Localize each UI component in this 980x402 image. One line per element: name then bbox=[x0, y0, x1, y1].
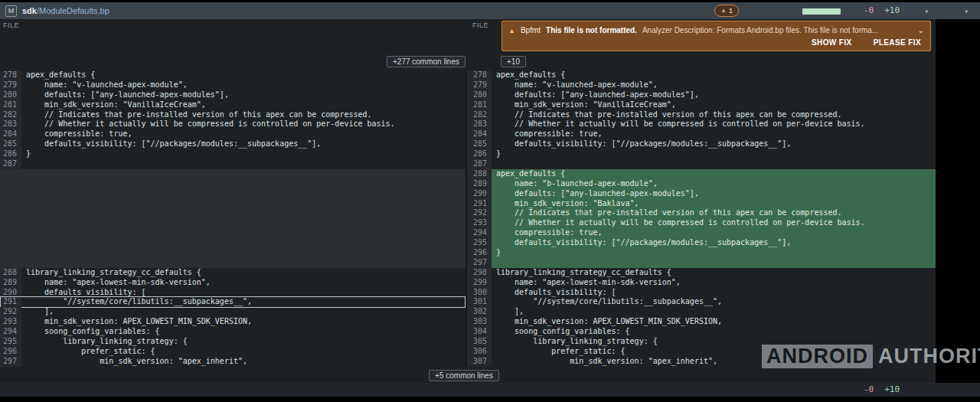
right-line-number[interactable]: 300 bbox=[466, 288, 492, 298]
left-line-number[interactable] bbox=[0, 208, 21, 218]
right-line-number[interactable]: 288 bbox=[466, 169, 492, 179]
right-line-number[interactable]: 287 bbox=[466, 159, 492, 169]
diff-row[interactable]: 293 min_sdk_version: APEX_LOWEST_MIN_SDK… bbox=[0, 317, 936, 327]
right-line-number[interactable]: 296 bbox=[466, 248, 492, 258]
left-line-number[interactable] bbox=[0, 169, 21, 179]
diff-row[interactable]: 289 name: "b-launched-apex-module", bbox=[0, 179, 936, 189]
chevron-down-icon[interactable]: ▾ bbox=[965, 8, 969, 15]
right-line-number[interactable]: 290 bbox=[466, 189, 492, 199]
left-line-number[interactable] bbox=[0, 238, 21, 248]
diff-row[interactable]: 284 compressible: true,284 compressible:… bbox=[0, 129, 936, 139]
right-line-number[interactable]: 298 bbox=[466, 268, 492, 278]
right-line-number[interactable]: 279 bbox=[466, 80, 492, 90]
file-path-link[interactable]: sdk/ModuleDefaults.bp bbox=[22, 5, 109, 17]
left-line-number[interactable]: 293 bbox=[0, 317, 21, 327]
right-line-number[interactable]: 289 bbox=[466, 179, 492, 189]
left-line-number[interactable]: 286 bbox=[0, 149, 21, 159]
left-line-number[interactable]: 291 bbox=[0, 297, 21, 307]
right-line-number[interactable]: 304 bbox=[466, 327, 492, 337]
diff-row[interactable]: 280 defaults: ["any-launched-apex-module… bbox=[0, 90, 936, 100]
right-line-number[interactable]: 307 bbox=[466, 357, 492, 367]
diff-row[interactable]: 297 min_sdk_version: "apex_inherit",307 … bbox=[0, 357, 936, 367]
left-line-number[interactable] bbox=[0, 189, 21, 199]
chevron-down-icon[interactable]: ▾ bbox=[925, 8, 929, 15]
diff-row[interactable]: 282 // Indicates that pre-installed vers… bbox=[0, 110, 936, 120]
right-line-number[interactable]: 299 bbox=[466, 278, 492, 288]
right-line-number[interactable]: 305 bbox=[466, 337, 492, 347]
left-line-number[interactable]: 296 bbox=[0, 347, 21, 357]
diff-row[interactable]: 286}286} bbox=[0, 149, 936, 159]
right-line-number[interactable]: 283 bbox=[466, 119, 492, 129]
diff-row[interactable]: 285 defaults_visibility: ["//packages/mo… bbox=[0, 139, 936, 149]
left-line-number[interactable]: 278 bbox=[0, 70, 21, 80]
right-line-number[interactable]: 295 bbox=[466, 238, 492, 248]
right-line-number[interactable]: 292 bbox=[466, 208, 492, 218]
right-line-number[interactable]: 291 bbox=[466, 199, 492, 209]
diff-row[interactable]: 283 // Whether it actually will be compr… bbox=[0, 119, 936, 129]
diff-row[interactable]: 287287 bbox=[0, 159, 936, 169]
left-line-number[interactable] bbox=[0, 218, 21, 228]
right-line-number[interactable]: 302 bbox=[466, 307, 492, 317]
left-line-number[interactable]: 279 bbox=[0, 80, 21, 90]
left-line-number[interactable]: 287 bbox=[0, 159, 21, 169]
diff-row[interactable]: 295 defaults_visibility: ["//packages/mo… bbox=[0, 238, 936, 248]
right-line-number[interactable]: 286 bbox=[466, 149, 492, 159]
warning-count-chip[interactable]: ▲ 1 bbox=[714, 5, 739, 17]
left-line-number[interactable]: 289 bbox=[0, 278, 21, 288]
left-line-number[interactable]: 283 bbox=[0, 119, 21, 129]
left-line-number[interactable]: 295 bbox=[0, 337, 21, 347]
diff-row[interactable]: 279 name: "v-launched-apex-module",279 n… bbox=[0, 80, 936, 90]
diff-row[interactable]: 278apex_defaults {278apex_defaults { bbox=[0, 70, 936, 80]
diff-row[interactable]: 294 compressible: true, bbox=[0, 228, 936, 238]
right-line-number[interactable]: 281 bbox=[466, 100, 492, 110]
left-line-number[interactable] bbox=[0, 228, 21, 238]
expand-added-lines-button[interactable]: +10 bbox=[501, 56, 526, 67]
diff-row[interactable]: 291 "//system/core/libutils:__subpackage… bbox=[0, 297, 936, 307]
diff-row[interactable]: 296 prefer_static: {306 prefer_static: { bbox=[0, 347, 936, 357]
show-fix-button[interactable]: SHOW FIX bbox=[812, 38, 852, 47]
left-line-number[interactable] bbox=[0, 248, 21, 258]
left-line-number[interactable] bbox=[0, 258, 21, 268]
diff-row[interactable]: 290 defaults_visibility: [300 defaults_v… bbox=[0, 288, 936, 298]
diff-row[interactable]: 292 ],302 ], bbox=[0, 307, 936, 317]
right-line-number[interactable]: 278 bbox=[466, 70, 492, 80]
left-line-number[interactable]: 281 bbox=[0, 100, 21, 110]
diff-row[interactable]: 291 min_sdk_version: "Baklava", bbox=[0, 199, 936, 209]
diff-row[interactable]: 288apex_defaults { bbox=[0, 169, 936, 179]
diff-row[interactable]: 288library_linking_strategy_cc_defaults … bbox=[0, 268, 936, 278]
diff-row[interactable]: 294 soong_config_variables: {304 soong_c… bbox=[0, 327, 936, 337]
right-line-number[interactable]: 284 bbox=[466, 129, 492, 139]
left-line-number[interactable]: 285 bbox=[0, 139, 21, 149]
collapse-icon[interactable]: ⌄ bbox=[918, 26, 924, 34]
right-line-number[interactable]: 297 bbox=[466, 258, 492, 268]
right-line-number[interactable]: 293 bbox=[466, 218, 492, 228]
diff-row[interactable]: 290 defaults: ["any-launched-apex-module… bbox=[0, 189, 936, 199]
diff-row[interactable]: 295 library_linking_strategy: {305 libra… bbox=[0, 337, 936, 347]
expand-bottom-common-lines-button[interactable]: +5 common lines bbox=[429, 370, 499, 381]
diff-row[interactable]: 292 // Indicates that pre-installed vers… bbox=[0, 208, 936, 218]
left-line-number[interactable] bbox=[0, 199, 21, 209]
left-line-number[interactable]: 297 bbox=[0, 357, 21, 367]
left-line-number[interactable]: 294 bbox=[0, 327, 21, 337]
left-line-number[interactable]: 284 bbox=[0, 129, 21, 139]
right-line-number[interactable]: 306 bbox=[466, 347, 492, 357]
expand-common-lines-button[interactable]: +277 common lines bbox=[387, 56, 466, 67]
right-line-number[interactable]: 285 bbox=[466, 139, 492, 149]
right-line-number[interactable]: 294 bbox=[466, 228, 492, 238]
diff-row[interactable]: 296} bbox=[0, 248, 936, 258]
diff-row[interactable]: 281 min_sdk_version: "VanillaIceCream",2… bbox=[0, 100, 936, 110]
diff-row[interactable]: 289 name: "apex-lowest-min-sdk-version",… bbox=[0, 278, 936, 288]
right-line-number[interactable]: 301 bbox=[466, 297, 492, 307]
diff-row[interactable]: 297 bbox=[0, 258, 936, 268]
right-line-number[interactable]: 280 bbox=[466, 90, 492, 100]
left-line-number[interactable]: 280 bbox=[0, 90, 21, 100]
left-line-number[interactable]: 288 bbox=[0, 268, 21, 278]
right-line-number[interactable]: 303 bbox=[466, 317, 492, 327]
please-fix-button[interactable]: PLEASE FIX bbox=[874, 38, 921, 47]
left-line-number[interactable]: 282 bbox=[0, 110, 21, 120]
left-line-number[interactable] bbox=[0, 179, 21, 189]
left-line-number[interactable]: 292 bbox=[0, 307, 21, 317]
right-line-number[interactable]: 282 bbox=[466, 110, 492, 120]
diff-row[interactable]: 293 // Whether it actually will be compr… bbox=[0, 218, 936, 228]
left-line-number[interactable]: 290 bbox=[0, 288, 21, 298]
